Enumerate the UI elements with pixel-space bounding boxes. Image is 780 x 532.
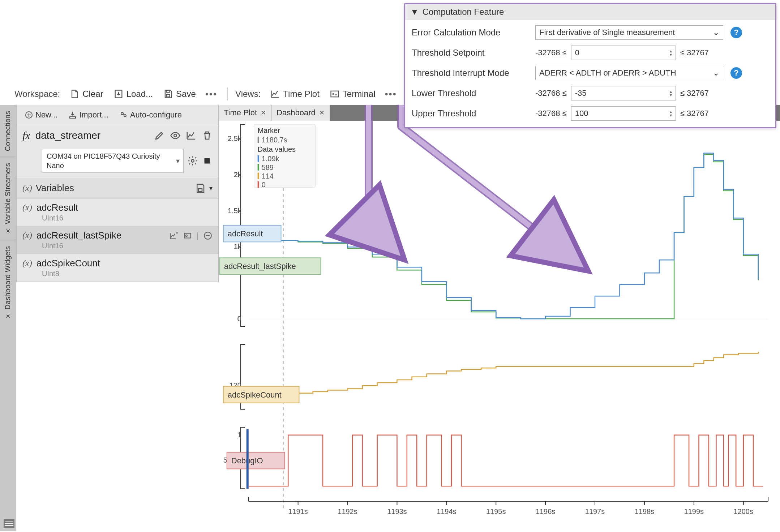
x-icon: (x) bbox=[22, 183, 32, 193]
tab-time-plot[interactable]: Time Plot✕ bbox=[219, 105, 271, 121]
svg-text:0: 0 bbox=[237, 315, 241, 323]
error-mode-select[interactable]: First derivative of Single measurement⌄ bbox=[535, 25, 723, 40]
svg-text:0: 0 bbox=[262, 181, 266, 189]
toolbar-separator bbox=[227, 87, 228, 100]
source-select[interactable]: COM34 on PIC18F57Q43 Curiosity Nano bbox=[42, 149, 184, 173]
save-button[interactable]: Save bbox=[159, 87, 200, 101]
save-icon bbox=[163, 89, 173, 99]
streamer-name: data_streamer bbox=[35, 130, 101, 141]
autoconfigure-button[interactable]: Auto-configure bbox=[116, 108, 185, 122]
svg-text:1199s: 1199s bbox=[684, 507, 704, 515]
threshold-interrupt-select[interactable]: ADERR < ADLTH or ADERR > ADUTH⌄ bbox=[535, 66, 723, 80]
gear-icon[interactable] bbox=[187, 155, 198, 166]
panel-header[interactable]: ▼ Computation Feature bbox=[405, 4, 775, 20]
svg-text:Marker: Marker bbox=[258, 126, 280, 134]
svg-rect-10 bbox=[198, 189, 202, 192]
remove-icon[interactable] bbox=[203, 231, 213, 240]
svg-text:1195s: 1195s bbox=[486, 507, 506, 515]
computation-feature-panel: ▼ Computation Feature Error Calculation … bbox=[404, 3, 776, 128]
edit-icon[interactable] bbox=[154, 130, 165, 141]
collapse-triangle-icon[interactable]: ▼ bbox=[410, 7, 419, 17]
spinner-icon[interactable]: ▴▾ bbox=[670, 90, 672, 97]
svg-text:1193s: 1193s bbox=[387, 507, 407, 515]
svg-text:1192s: 1192s bbox=[338, 507, 357, 515]
lower-threshold-input[interactable]: -35▴▾ bbox=[571, 86, 676, 100]
svg-text:Data values: Data values bbox=[258, 145, 296, 153]
x-icon: (x) bbox=[22, 203, 32, 213]
threshold-interrupt-label: Threshold Interrupt Mode bbox=[412, 68, 531, 78]
svg-rect-28 bbox=[258, 137, 259, 143]
spinner-icon[interactable]: ▴▾ bbox=[670, 49, 672, 56]
workspace-label: Workspace: bbox=[14, 89, 60, 99]
plus-circle-icon bbox=[25, 111, 33, 119]
import-button[interactable]: Import... bbox=[65, 108, 112, 122]
svg-text:1.09k: 1.09k bbox=[262, 155, 279, 163]
lower-threshold-label: Lower Threshold bbox=[412, 88, 531, 98]
threshold-setpoint-label: Threshold Setpoint bbox=[412, 48, 531, 58]
svg-text:adcSpikeCount: adcSpikeCount bbox=[228, 390, 282, 399]
plot-add-icon[interactable] bbox=[169, 231, 179, 240]
svg-text:114: 114 bbox=[262, 172, 274, 180]
svg-text:adcResult: adcResult bbox=[228, 229, 263, 238]
threshold-setpoint-input[interactable]: 0▴▾ bbox=[571, 46, 676, 60]
fx-icon: fx bbox=[22, 129, 30, 142]
close-icon[interactable]: ✕ bbox=[319, 109, 325, 117]
svg-rect-1 bbox=[166, 90, 170, 93]
time-plot-area[interactable]: 01k1.5k2k2.5k2.5k2k1.5k1k0Marker1180.7sD… bbox=[219, 121, 776, 528]
close-icon[interactable]: ✕ bbox=[4, 227, 11, 234]
close-icon[interactable]: ✕ bbox=[261, 109, 266, 117]
rail-tab-variable-streamers[interactable]: ✕Variable Streamers bbox=[0, 157, 16, 240]
terminal-view-button[interactable]: Terminal bbox=[326, 87, 379, 101]
help-icon[interactable]: ? bbox=[730, 67, 742, 79]
svg-point-7 bbox=[174, 134, 177, 137]
widget-icon[interactable] bbox=[183, 231, 192, 240]
svg-text:2.5k: 2.5k bbox=[228, 134, 241, 142]
rail-tab-dashboard-widgets[interactable]: ✕Dashboard Widgets bbox=[0, 240, 16, 325]
chevron-down-icon[interactable]: ▾ bbox=[209, 184, 213, 192]
clear-button[interactable]: Clear bbox=[66, 87, 107, 101]
svg-text:1194s: 1194s bbox=[437, 507, 456, 515]
x-icon: (x) bbox=[22, 258, 32, 268]
hamburger-icon[interactable] bbox=[4, 519, 14, 528]
new-button[interactable]: New... bbox=[21, 108, 61, 122]
svg-rect-31 bbox=[258, 155, 259, 162]
chart-icon bbox=[270, 89, 280, 99]
svg-point-8 bbox=[191, 159, 194, 162]
var-item-adcResult-lastSpike[interactable]: (x)adcResult_lastSpike | UInt16 bbox=[17, 226, 218, 254]
load-icon bbox=[113, 89, 124, 99]
upper-threshold-input[interactable]: 100▴▾ bbox=[571, 106, 676, 121]
timeplot-view-button[interactable]: Time Plot bbox=[266, 87, 323, 101]
left-rail: Connections ✕Variable Streamers ✕Dashboa… bbox=[0, 105, 16, 531]
svg-text:589: 589 bbox=[262, 163, 274, 171]
source-row: COM34 on PIC18F57Q43 Curiosity Nano bbox=[17, 146, 218, 178]
stop-icon[interactable] bbox=[202, 155, 213, 166]
upper-threshold-label: Upper Threshold bbox=[412, 108, 531, 119]
chevron-down-icon: ⌄ bbox=[713, 28, 719, 37]
svg-rect-50 bbox=[247, 429, 249, 489]
var-item-adcResult[interactable]: (x)adcResult UInt16 bbox=[17, 198, 218, 226]
svg-text:1180.7s: 1180.7s bbox=[262, 136, 287, 144]
svg-text:1200s: 1200s bbox=[734, 507, 753, 515]
help-icon[interactable]: ? bbox=[730, 27, 742, 38]
svg-rect-2 bbox=[166, 94, 170, 97]
svg-text:2k: 2k bbox=[234, 171, 241, 179]
variables-header: (x) Variables ▾ bbox=[17, 178, 218, 198]
var-item-adcSpikeCount[interactable]: (x)adcSpikeCount UInt8 bbox=[17, 254, 218, 282]
spinner-icon[interactable]: ▴▾ bbox=[670, 110, 672, 117]
save-icon[interactable] bbox=[195, 183, 206, 194]
svg-text:adcResult_lastSpike: adcResult_lastSpike bbox=[224, 262, 296, 271]
close-icon[interactable]: ✕ bbox=[4, 313, 11, 319]
trash-icon[interactable] bbox=[202, 130, 213, 141]
tab-dashboard[interactable]: Dashboard✕ bbox=[271, 105, 330, 121]
eye-icon[interactable] bbox=[170, 130, 181, 141]
svg-text:1198s: 1198s bbox=[635, 507, 654, 515]
file-icon bbox=[69, 89, 80, 99]
svg-text:1: 1 bbox=[237, 431, 241, 439]
views-more-button[interactable]: ••• bbox=[382, 89, 400, 100]
load-button[interactable]: Load... bbox=[110, 87, 157, 101]
rail-tab-connections[interactable]: Connections bbox=[0, 105, 16, 157]
variable-streamers-panel: New... Import... Auto-configure fx data_… bbox=[16, 105, 219, 282]
plot-icon[interactable] bbox=[186, 130, 197, 141]
workspace-more-button[interactable]: ••• bbox=[202, 89, 220, 100]
views-label: Views: bbox=[235, 89, 261, 99]
